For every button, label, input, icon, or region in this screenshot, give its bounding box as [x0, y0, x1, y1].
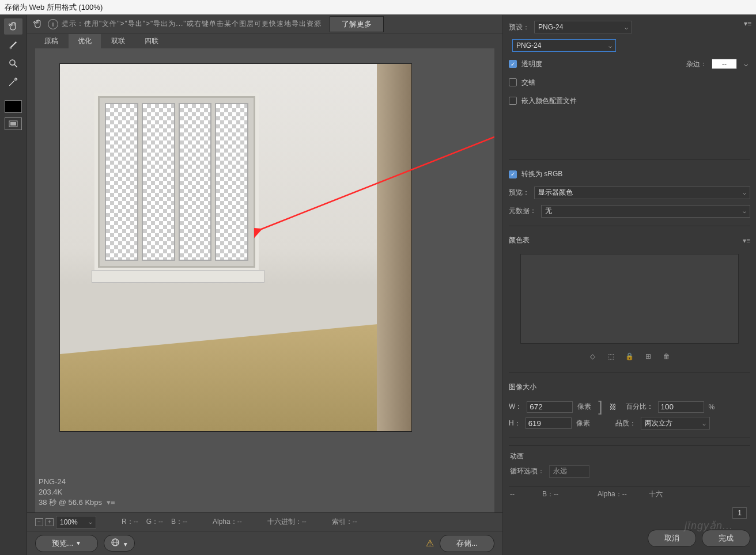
main-area: i 提示：使用"文件">"导出">"导出为..."或右键单击某个图层可更快速地导… — [27, 15, 502, 555]
height-label: H： — [509, 419, 521, 428]
embed-profile-checkbox[interactable] — [509, 97, 517, 105]
cancel-button[interactable]: 取消 — [648, 530, 696, 547]
metadata-label: 元数据： — [509, 206, 536, 216]
panel-menu-icon[interactable]: ▾≡ — [744, 20, 751, 28]
format-select[interactable]: PNG-24⌵ — [512, 39, 616, 52]
quality-select[interactable]: 两次立方⌵ — [641, 417, 710, 429]
side-hex: 十六 — [649, 489, 663, 499]
learn-more-button[interactable]: 了解更多 — [330, 16, 384, 32]
minus-icon[interactable]: − — [35, 518, 43, 526]
transparency-checkbox[interactable]: ✓ — [509, 60, 517, 68]
tab-original[interactable]: 原稿 — [35, 34, 67, 48]
srgb-checkbox[interactable]: ✓ — [509, 170, 517, 178]
preview-profile-select[interactable]: 显示器颜色⌵ — [534, 187, 750, 199]
ct-lock-icon[interactable]: 🔒 — [625, 352, 634, 361]
canvas-area[interactable]: PNG-24 203.4K 38 秒 @ 56.6 Kbps▾≡ — [35, 48, 494, 512]
ct-icon-1[interactable]: ◇ — [588, 352, 598, 361]
srgb-label: 转换为 sRGB — [521, 169, 562, 179]
hint-text: 提示：使用"文件">"导出">"导出为..."或右键单击某个图层可更快速地导出资… — [62, 19, 322, 29]
matte-label: 杂边： — [686, 59, 707, 69]
ct-new-icon[interactable]: ⊞ — [644, 352, 653, 361]
matte-chevron-icon[interactable]: ⌵ — [742, 60, 750, 68]
chain-icon[interactable]: ⛓ — [610, 403, 617, 411]
footer-bar: 预览...▼ ▼ ⚠ 存储... — [27, 531, 502, 555]
interlace-checkbox[interactable] — [509, 78, 517, 86]
hand-icon — [32, 16, 44, 32]
zoom-tool[interactable] — [4, 55, 22, 71]
preset-select[interactable]: PNG-24⌵ — [534, 21, 632, 33]
link-bracket-icon[interactable]: ] — [596, 398, 604, 416]
percent-unit: % — [709, 403, 715, 411]
info-menu-icon[interactable]: ▾≡ — [107, 497, 115, 508]
side-b: B：-- — [542, 489, 558, 499]
preview-window — [94, 93, 259, 271]
side-r: -- — [510, 490, 515, 498]
preset-label: 预设： — [509, 22, 530, 32]
loop-label: 循环选项： — [510, 466, 545, 476]
color-table-icons: ◇ ⬚ 🔒 ⊞ 🗑 — [509, 349, 750, 366]
tool-strip — [0, 15, 27, 555]
embed-profile-label: 嵌入颜色配置文件 — [521, 96, 577, 106]
color-table-title: 颜色表 — [509, 235, 530, 245]
warning-icon: ⚠ — [426, 538, 434, 549]
width-input[interactable] — [527, 401, 573, 413]
matte-swatch[interactable]: -- — [712, 59, 737, 69]
hand-tool[interactable] — [4, 18, 22, 35]
browser-button[interactable]: ▼ — [104, 535, 135, 552]
metadata-select[interactable]: 无⌵ — [541, 205, 750, 218]
status-bar: − + 100%⌵ R：-- G：-- B：-- Alpha：-- 十六进制：-… — [27, 512, 502, 531]
status-g: G：-- — [146, 517, 163, 527]
window-title: 存储为 Web 所用格式 (100%) — [5, 3, 103, 12]
side-alpha: Alpha：-- — [598, 489, 627, 499]
hint-bar: i 提示：使用"文件">"导出">"导出为..."或右键单击某个图层可更快速地导… — [27, 15, 502, 33]
window-titlebar: 存储为 Web 所用格式 (100%) — [0, 0, 756, 15]
width-unit: 像素 — [577, 402, 591, 412]
preview-profile-label: 预览： — [509, 188, 530, 197]
side-index: 1 — [732, 507, 747, 519]
percent-label: 百分比： — [626, 402, 653, 412]
width-label: W： — [509, 402, 522, 412]
height-input[interactable] — [526, 417, 572, 429]
plus-icon[interactable]: + — [46, 518, 54, 526]
color-table — [520, 254, 739, 344]
loop-select[interactable]: 永远 — [549, 465, 589, 478]
tab-four-up[interactable]: 四联 — [135, 34, 168, 48]
svg-line-2 — [14, 64, 17, 67]
status-r: R：-- — [122, 517, 138, 527]
save-button[interactable]: 存储... — [440, 535, 494, 552]
svg-point-1 — [10, 60, 15, 65]
percent-input[interactable] — [658, 401, 704, 413]
image-size-title: 图像大小 — [509, 382, 536, 392]
side-panel: ▾≡ 预设： PNG-24⌵ PNG-24⌵ ✓ 透明度 杂边： -- ⌵ 交错… — [502, 15, 756, 555]
zoom-select[interactable]: 100%⌵ — [56, 516, 96, 529]
info-icon: i — [48, 19, 58, 29]
quality-label: 品质： — [615, 419, 636, 428]
image-preview — [59, 63, 412, 432]
preview-button[interactable]: 预览...▼ — [35, 535, 98, 552]
color-table-menu-icon[interactable]: ▾≡ — [743, 237, 750, 245]
toggle-icon[interactable] — [5, 117, 22, 130]
color-swatch[interactable] — [5, 100, 22, 113]
eyedropper-tool[interactable] — [4, 74, 22, 90]
interlace-label: 交错 — [521, 78, 535, 88]
anim-title: 动画 — [510, 451, 524, 461]
status-index: 索引：-- — [332, 517, 357, 527]
transparency-label: 透明度 — [521, 59, 542, 69]
status-alpha: Alpha：-- — [213, 517, 242, 527]
preview-info: PNG-24 203.4K 38 秒 @ 56.6 Kbps▾≡ — [39, 477, 115, 508]
status-b: B：-- — [171, 517, 187, 527]
info-time: 38 秒 @ 56.6 Kbps — [39, 498, 102, 507]
view-tabs: 原稿 优化 双联 四联 — [27, 33, 502, 48]
info-format: PNG-24 — [39, 477, 115, 487]
svg-rect-4 — [10, 122, 16, 126]
tab-optimized[interactable]: 优化 — [69, 34, 101, 48]
info-size: 203.4K — [39, 487, 115, 497]
done-button[interactable]: 完成 — [702, 530, 750, 547]
ct-trash-icon[interactable]: 🗑 — [662, 352, 671, 361]
status-hex: 十六进制：-- — [267, 517, 307, 527]
height-unit: 像素 — [576, 419, 590, 428]
slice-tool[interactable] — [4, 37, 22, 53]
side-rgb-bar: -- B：-- Alpha：-- 十六 — [509, 486, 750, 502]
tab-two-up[interactable]: 双联 — [102, 34, 134, 48]
ct-icon-2[interactable]: ⬚ — [607, 352, 616, 361]
